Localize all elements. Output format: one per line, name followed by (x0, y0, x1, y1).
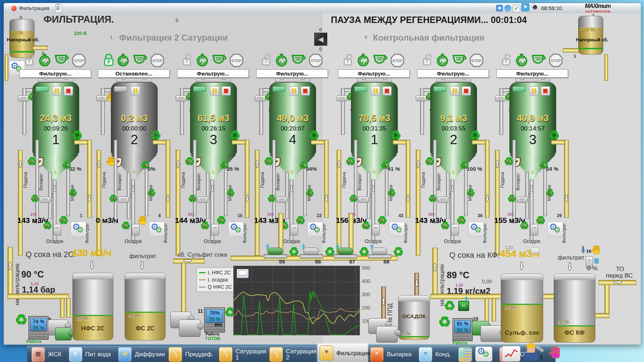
auto-valve-icon[interactable]: ♻ (308, 129, 320, 142)
telegram-icon[interactable]: ➤ (521, 3, 530, 12)
pump-motor[interactable] (481, 325, 503, 342)
stop-button[interactable] (64, 86, 73, 96)
pump2-display[interactable]: 70%70 % 89А (204, 307, 225, 333)
lock-open-icon[interactable] (343, 54, 354, 67)
auto-valve-icon[interactable]: ♻A (466, 188, 475, 198)
sludge-valve[interactable] (290, 224, 298, 235)
menu-lines-icon[interactable] (464, 348, 472, 361)
filter-status[interactable]: Фильтрую... (496, 69, 568, 78)
valve-recycle-icon[interactable]: ♻ (393, 246, 404, 258)
auto-valve-icon[interactable]: ♻A (42, 220, 52, 231)
filter-status[interactable]: Фильтрую... (256, 69, 328, 78)
stop-button[interactable] (541, 86, 550, 96)
trend-chart[interactable] (233, 266, 360, 335)
stop-sign-icon[interactable] (549, 54, 563, 67)
pause-button[interactable] (529, 86, 539, 96)
filter-wash-icon[interactable] (54, 54, 70, 67)
filter-wash-icon[interactable] (373, 54, 388, 67)
pump-auto-icon[interactable]: ♻ (15, 312, 28, 327)
valve-recycle-icon[interactable]: ♻ (288, 246, 299, 258)
auto-valve-icon[interactable]: ♻A (440, 220, 450, 231)
auto-valve-icon[interactable]: ♻A (27, 156, 37, 167)
pump3-display[interactable]: 91 %92 % (452, 318, 473, 341)
sludge-valve[interactable] (372, 224, 380, 235)
taskbar-item[interactable]: Фильтрации (318, 344, 368, 362)
sludge-valve[interactable] (132, 224, 140, 235)
trend-button[interactable] (502, 346, 521, 362)
timer-icon[interactable] (356, 54, 370, 67)
pump-auto-icon[interactable]: ♻ (438, 315, 451, 329)
filter-wash-icon[interactable] (132, 54, 148, 67)
sludge-valve[interactable] (53, 224, 61, 235)
stop-sign-icon[interactable] (391, 54, 404, 67)
taskbar-item[interactable]: Конд. (416, 346, 456, 362)
auto-valve-icon[interactable]: ♻A (424, 156, 435, 167)
auto-icon[interactable]: ♻ (444, 299, 455, 312)
lock-open-icon[interactable] (262, 54, 273, 67)
lock-open-icon[interactable] (25, 54, 36, 67)
drain-valve[interactable] (358, 197, 369, 203)
taskbar-item[interactable]: Пит вода (67, 346, 116, 362)
support-user-icon[interactable]: ☻ (530, 4, 540, 12)
sludge-valve[interactable] (451, 224, 459, 235)
auto-valve-icon[interactable]: ♻A (361, 220, 371, 231)
auto-valve-icon[interactable]: ♻A (428, 194, 437, 204)
timer-icon[interactable] (436, 54, 449, 67)
pause-button[interactable] (289, 86, 298, 96)
pause-button[interactable] (450, 86, 459, 96)
stop-button[interactable] (221, 86, 231, 96)
stop-sign-icon[interactable] (230, 54, 243, 67)
auto-valve-icon[interactable]: ♻A (507, 194, 516, 204)
pause-button[interactable] (52, 86, 62, 96)
stop-sign-icon[interactable] (470, 54, 483, 67)
auto-valve-icon[interactable]: ♻A (305, 188, 314, 198)
auto-valve-icon[interactable]: ♻A (345, 156, 356, 167)
sludge-valve[interactable] (530, 224, 538, 235)
auto-valve-icon[interactable]: ♻A (200, 220, 210, 231)
sludge-valve[interactable] (211, 224, 219, 235)
auto-valve-icon[interactable]: ♻A (264, 156, 274, 167)
filter-wash-icon[interactable] (452, 54, 468, 67)
pause-button[interactable] (371, 86, 380, 96)
auto-valve-icon[interactable]: ♻A (184, 156, 195, 167)
timer-icon[interactable] (275, 54, 288, 67)
pump-motor[interactable] (179, 320, 201, 337)
drain-valve[interactable] (118, 197, 129, 203)
pump-motor[interactable] (376, 326, 398, 343)
auto-valve-icon[interactable]: ♻ (229, 129, 240, 142)
taskbar-item[interactable]: ЖСК (29, 346, 67, 362)
auto-valve-icon[interactable]: ♻A (188, 194, 197, 204)
timer-icon[interactable] (195, 54, 209, 67)
clipboard-icon[interactable] (55, 4, 62, 13)
filter-wash-icon[interactable] (212, 54, 228, 67)
taskbar-item[interactable]: Сатурация 2 (267, 346, 318, 362)
service-worker-icon[interactable]: 1 (523, 343, 546, 361)
pause-button[interactable] (210, 86, 219, 96)
timer-icon[interactable] (38, 54, 51, 67)
filter-wash-icon[interactable] (531, 54, 547, 67)
auto-valve-icon[interactable]: ♻A (226, 188, 235, 198)
filter-status[interactable]: Фильтрую... (338, 69, 410, 78)
auto-valve-icon[interactable]: ♻A (109, 194, 118, 204)
drain-valve[interactable] (276, 197, 287, 203)
stop-button[interactable] (382, 86, 392, 96)
auto-valve-icon[interactable]: ♻ (150, 129, 161, 142)
auto-valve-icon[interactable]: ♻A (545, 188, 554, 198)
stop-sign-icon[interactable] (309, 54, 323, 67)
stop-button[interactable] (301, 86, 310, 96)
drain-valve[interactable] (517, 197, 527, 203)
auto-valve-icon[interactable]: ♻A (121, 220, 131, 231)
filter-status[interactable]: Фильтрую... (19, 69, 91, 78)
filter-status[interactable]: Фильтрую... (177, 69, 249, 78)
filter-status[interactable]: Остановлен... (98, 69, 170, 78)
drain-valve[interactable] (40, 197, 50, 203)
auto-valve-icon[interactable]: ♻A (504, 156, 514, 167)
manual-hand-icon[interactable] (591, 245, 602, 256)
taskbar-item[interactable]: Выпарка (368, 346, 416, 362)
auto-valve-icon[interactable]: ♻A (147, 188, 156, 198)
touch-hand-icon[interactable] (549, 346, 563, 360)
auto-valve-icon[interactable]: ♻ (469, 129, 481, 142)
stop-sign-icon[interactable] (150, 54, 164, 67)
manual-hand-icon[interactable] (106, 156, 117, 167)
auto-valve-icon[interactable]: ♻A (267, 194, 276, 204)
